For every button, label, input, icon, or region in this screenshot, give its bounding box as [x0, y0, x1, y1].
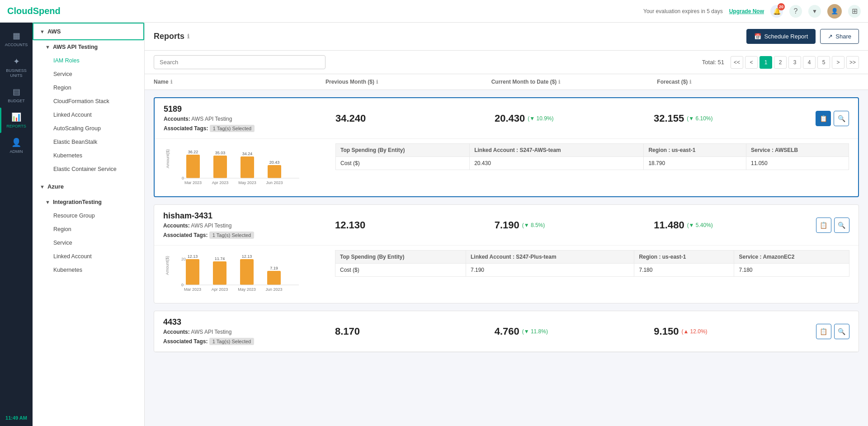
search-input[interactable]	[154, 55, 326, 69]
forecast-value-4433: 9.150	[654, 326, 679, 337]
metric-prev-5189: 34.240	[335, 113, 495, 124]
content-area: Reports ℹ 📅 Schedule Report ↗ Share Tota…	[145, 23, 868, 426]
th-service-5189: Service : AWSELB	[746, 144, 849, 157]
metric-prev-4433: 8.170	[335, 326, 495, 337]
view-button-5189[interactable]: 🔍	[834, 111, 849, 126]
avatar[interactable]: 👤	[827, 4, 842, 19]
pagination-page-3[interactable]: 3	[788, 56, 801, 69]
forecast-value-hisham: 11.480	[654, 219, 684, 231]
pagination-last[interactable]: >>	[846, 56, 859, 69]
svg-text:Amount($): Amount($)	[165, 149, 170, 168]
metric-current-5189: 20.430 (▼ 10.9%)	[495, 113, 654, 124]
tag-badge-4433: 1 Tag(s) Selected	[209, 338, 254, 345]
copy-button-5189[interactable]: 📋	[816, 111, 831, 126]
tree-item-region[interactable]: Region	[33, 81, 144, 95]
sidebar-item-admin[interactable]: 👤 ADMIN	[0, 133, 33, 158]
share-button[interactable]: ↗ Share	[820, 29, 859, 44]
td-linked-cost-5189: 20.430	[470, 157, 644, 170]
tree-item-resource-group[interactable]: Resource Group	[33, 209, 144, 222]
tree-item-ecs[interactable]: Elastic Container Service	[33, 162, 144, 176]
notifications-icon[interactable]: 🔔 20	[770, 5, 783, 18]
integration-label: IntegrationTesting	[53, 199, 102, 205]
toolbar: Total: 51 << < 1 2 3 4 5 > >>	[145, 51, 868, 74]
chart-hisham: Amount($) 20 12.13 Mar 2023 11.74 Apr 20…	[154, 246, 326, 303]
settings-icon[interactable]: ▼	[808, 5, 821, 18]
tree-item-cloudformation[interactable]: CloudFormation Stack	[33, 95, 144, 108]
apps-icon[interactable]: ⊞	[848, 5, 861, 18]
forecast-change-5189: (▼ 6.10%)	[687, 115, 712, 122]
aws-api-label: AWS API Testing	[53, 44, 98, 50]
sidebar-item-reports[interactable]: 📊 REPORTS	[0, 108, 33, 133]
pagination-page-5[interactable]: 5	[817, 56, 830, 69]
sidebar-item-accounts[interactable]: ▦ ACCOUNTS	[0, 26, 33, 52]
share-icon: ↗	[828, 33, 833, 40]
col-actions	[823, 79, 859, 85]
metric-prev-hisham: 12.130	[335, 219, 495, 231]
report-tags-label-4433: Associated Tags: 1 Tag(s) Selected	[163, 337, 335, 345]
tree-item-azure-linked-account[interactable]: Linked Account	[33, 250, 144, 263]
view-button-4433[interactable]: 🔍	[834, 324, 849, 339]
sidebar-item-budget[interactable]: ▤ BUDGET	[0, 82, 33, 108]
tree-item-elastic-beanstalk[interactable]: Elastic BeanStalk	[33, 135, 144, 149]
prev-value-4433: 8.170	[335, 326, 360, 337]
report-actions-5189: 📋 🔍	[813, 111, 849, 126]
metric-forecast-hisham: 11.480 (▼ 5.40%)	[654, 219, 813, 231]
current-change-4433: (▼ 11.8%)	[522, 328, 548, 335]
tree-section-azure[interactable]: ▼ Azure	[33, 178, 144, 195]
pagination-total: Total: 51	[702, 59, 724, 66]
sidebar-item-business-units[interactable]: ✦ BUSINESSUNITS	[0, 52, 33, 83]
current-change-5189: (▼ 10.9%)	[528, 115, 553, 122]
sidebar-item-label-accounts: ACCOUNTS	[5, 43, 28, 47]
upgrade-link[interactable]: Upgrade Now	[729, 8, 764, 14]
logo-cloud: Cloud	[7, 6, 33, 16]
pagination-next[interactable]: >	[832, 56, 844, 69]
tree-item-kubernetes[interactable]: Kubernetes	[33, 149, 144, 162]
report-card-5189: 5189 Accounts: AWS API Testing Associate…	[154, 97, 859, 197]
schedule-report-button[interactable]: 📅 Schedule Report	[746, 29, 816, 44]
copy-button-4433[interactable]: 📋	[816, 324, 831, 339]
pagination-page-1[interactable]: 1	[760, 56, 772, 69]
report-chart-section-5189: Amount($) 36.22 Mar 2023 35.03 Apr 2023 …	[155, 139, 858, 196]
tree-section-aws[interactable]: ▼ AWS	[33, 23, 144, 40]
tree-subheader-integration[interactable]: ▼ IntegrationTesting	[33, 195, 144, 209]
svg-text:Jun 2023: Jun 2023	[265, 287, 282, 292]
topbar: CloudSpend Your evaluation expires in 5 …	[0, 0, 868, 23]
pagination-page-4[interactable]: 4	[803, 56, 816, 69]
pagination: Total: 51 << < 1 2 3 4 5 > >>	[702, 56, 859, 69]
th-region-5189: Region : us-east-1	[644, 144, 746, 157]
pagination-page-2[interactable]: 2	[774, 56, 787, 69]
view-button-hisham[interactable]: 🔍	[834, 218, 849, 233]
tree-item-autoscaling[interactable]: AutoScaling Group	[33, 122, 144, 135]
pagination-first[interactable]: <<	[731, 56, 743, 69]
col-prev-info: ℹ	[376, 79, 378, 85]
svg-text:May 2023: May 2023	[238, 180, 256, 185]
td-linked-cost-hisham: 7.190	[466, 264, 634, 277]
budget-icon: ▤	[13, 87, 20, 97]
tree-item-azure-service[interactable]: Service	[33, 236, 144, 250]
logo[interactable]: CloudSpend	[7, 6, 61, 16]
report-tags-label-5189: Associated Tags: 1 Tag(s) Selected	[164, 124, 335, 132]
svg-text:Mar 2023: Mar 2023	[184, 287, 201, 292]
active-indicator	[0, 108, 1, 133]
bar-may-5189	[241, 156, 254, 178]
copy-button-hisham[interactable]: 📋	[816, 218, 831, 233]
report-card-header-hisham: hisham-3431 Accounts: AWS API Testing As…	[154, 205, 859, 246]
th-linked-hisham: Linked Account : S247-Plus-team	[466, 251, 634, 264]
tree-item-service[interactable]: Service	[33, 67, 144, 81]
top-spending-table-hisham: Top Spending (By Entity) Linked Account …	[326, 246, 859, 303]
report-card-header-5189: 5189 Accounts: AWS API Testing Associate…	[155, 98, 858, 139]
tree-item-azure-kubernetes[interactable]: Kubernetes	[33, 263, 144, 277]
logo-spend: Spend	[33, 6, 61, 16]
svg-text:Jun 2023: Jun 2023	[266, 180, 283, 185]
tree-item-linked-account[interactable]: Linked Account	[33, 108, 144, 122]
report-chart-section-hisham: Amount($) 20 12.13 Mar 2023 11.74 Apr 20…	[154, 246, 859, 303]
metric-current-4433: 4.760 (▼ 11.8%)	[495, 326, 654, 337]
tree-item-iam-roles[interactable]: IAM Roles	[33, 54, 144, 67]
col-prev-month-label: Previous Month ($)	[326, 79, 374, 85]
admin-icon: 👤	[11, 137, 21, 147]
tree-subheader-aws-api[interactable]: ▼ AWS API Testing	[33, 40, 144, 54]
help-icon[interactable]: ?	[789, 5, 802, 18]
col-name: Name ℹ	[154, 79, 326, 85]
pagination-prev[interactable]: <	[745, 56, 758, 69]
tree-item-azure-region[interactable]: Region	[33, 222, 144, 236]
